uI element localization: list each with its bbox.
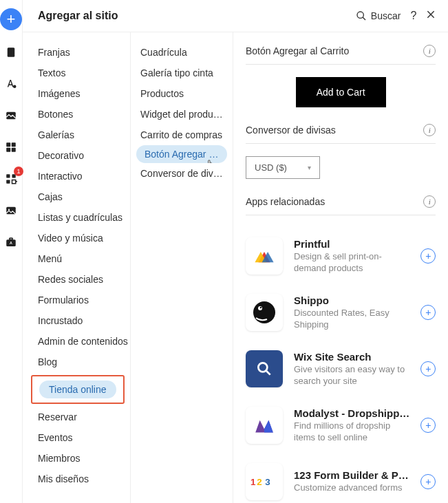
rail-grid-icon[interactable] [1, 138, 21, 157]
add-app-button[interactable]: + [420, 474, 436, 489]
app-icon [246, 237, 283, 275]
help-button[interactable]: ? [410, 10, 416, 22]
currency-value: USD ($) [255, 162, 287, 173]
currency-dropdown[interactable]: USD ($) ▾ [246, 156, 320, 179]
category-item-redes-sociales[interactable]: Redes sociales [38, 269, 130, 290]
svg-rect-13 [10, 238, 13, 239]
app-item[interactable]: ShippoDiscounted Rates, Easy Shipping+ [246, 284, 436, 341]
app-icon [246, 407, 283, 444]
app-name: Shippo [294, 295, 409, 306]
app-item[interactable]: Modalyst - Dropshipp…Find millions of dr… [246, 397, 436, 453]
apps-section-label: Apps relacionadas [246, 196, 325, 207]
rail-font-icon[interactable] [1, 74, 21, 94]
app-desc: Customize advanced forms [294, 482, 409, 494]
add-app-button[interactable]: + [420, 305, 436, 320]
close-button[interactable] [426, 10, 436, 22]
svg-point-19 [258, 363, 267, 372]
app-icon [246, 350, 283, 387]
category-item-decorativo[interactable]: Decorativo [38, 145, 130, 166]
subcategory-item[interactable]: Productos [131, 83, 233, 104]
svg-point-15 [357, 12, 363, 18]
category-item-menú[interactable]: Menú [38, 248, 130, 269]
app-item[interactable]: 123123 Form Builder & P…Customize advanc… [246, 453, 436, 503]
subcategory-item[interactable]: Cuadrícula [131, 42, 233, 63]
category-item-botones[interactable]: Botones [38, 104, 130, 125]
info-icon[interactable]: i [423, 195, 436, 208]
svg-rect-7 [6, 174, 10, 178]
svg-rect-9 [6, 180, 10, 184]
search-button[interactable]: Buscar [356, 10, 401, 21]
chevron-down-icon: ▾ [308, 164, 311, 171]
app-desc: Design & sell print-on-demand products [294, 251, 409, 275]
cart-section-label: Botón Agregar al Carrito [246, 45, 349, 56]
rail-page-icon[interactable] [1, 43, 21, 62]
category-list: FranjasTextosImágenesBotonesGaleríasDeco… [23, 32, 130, 503]
rail-image-icon[interactable] [1, 106, 21, 125]
app-desc: Find millions of dropship items to sell … [294, 420, 409, 444]
svg-text:A: A [10, 241, 12, 245]
cursor-hand-icon [205, 158, 215, 163]
app-name: Modalyst - Dropshipp… [294, 407, 409, 419]
subcategory-list: CuadrículaGalería tipo cintaProductosWid… [130, 32, 233, 503]
category-item-incrustado[interactable]: Incrustado [38, 310, 130, 331]
category-item-formularios[interactable]: Formularios [38, 290, 130, 310]
category-item-reservar[interactable]: Reservar [38, 407, 130, 427]
svg-text:2: 2 [257, 477, 262, 487]
search-icon [356, 10, 367, 21]
info-icon[interactable]: i [423, 124, 436, 136]
left-rail: + 1 A [0, 0, 23, 503]
svg-rect-3 [6, 142, 10, 147]
app-info: 123 Form Builder & P…Customize advanced … [294, 469, 409, 494]
rail-briefcase-icon[interactable]: A [1, 233, 21, 252]
add-to-cart-button[interactable]: Add to Cart [296, 77, 386, 107]
search-label: Buscar [371, 10, 401, 21]
preview-pane: Botón Agregar al Carrito i Add to Cart C… [233, 32, 448, 503]
app-name: Printful [294, 238, 409, 250]
svg-rect-4 [12, 142, 16, 147]
svg-rect-6 [12, 148, 16, 152]
category-item-textos[interactable]: Textos [38, 63, 130, 83]
app-item[interactable]: PrintfulDesign & sell print-on-demand pr… [246, 228, 436, 284]
category-item-imágenes[interactable]: Imágenes [38, 83, 130, 104]
category-item-miembros[interactable]: Miembros [38, 448, 130, 469]
app-info: PrintfulDesign & sell print-on-demand pr… [294, 238, 409, 275]
rail-add-button[interactable]: + [0, 8, 22, 30]
app-icon [246, 294, 283, 331]
add-app-button[interactable]: + [420, 418, 436, 433]
category-item-eventos[interactable]: Eventos [38, 427, 130, 448]
category-item-listas-y-cuadrículas[interactable]: Listas y cuadrículas [38, 207, 130, 228]
svg-text:1: 1 [250, 477, 256, 487]
app-desc: Discounted Rates, Easy Shipping [294, 308, 409, 331]
category-item-galerías[interactable]: Galerías [38, 125, 130, 145]
category-item-video-y-música[interactable]: Video y música [38, 228, 130, 248]
svg-point-18 [260, 307, 262, 308]
category-item-mis-diseños[interactable]: Mis diseños [38, 469, 130, 489]
svg-text:3: 3 [265, 477, 270, 487]
subcategory-item[interactable]: Botón Agregar al C… [136, 145, 227, 163]
category-item-blog[interactable]: Blog [38, 352, 130, 372]
add-panel: Agregar al sitio Buscar ? FranjasTextosI… [23, 0, 448, 503]
app-name: Wix Site Search [294, 351, 409, 363]
subcategory-item[interactable]: Carrito de compras [131, 125, 233, 145]
category-item-admin-de-contenidos[interactable]: Admin de contenidos [38, 331, 130, 352]
svg-rect-5 [6, 148, 10, 152]
panel-title: Agregar al sitio [38, 10, 118, 22]
category-item-interactivo[interactable]: Interactivo [38, 166, 130, 186]
category-highlight: Tienda online [31, 375, 125, 404]
subcategory-item[interactable]: Galería tipo cinta [131, 63, 233, 83]
subcategory-item[interactable]: Widget del producto [131, 104, 233, 125]
subcategory-item[interactable]: Conversor de divisas [131, 163, 233, 184]
app-info: ShippoDiscounted Rates, Easy Shipping [294, 295, 409, 331]
category-item-franjas[interactable]: Franjas [38, 42, 130, 63]
rail-apps-icon[interactable]: 1 [1, 169, 21, 189]
add-app-button[interactable]: + [420, 248, 436, 264]
info-icon[interactable]: i [423, 45, 436, 57]
apps-list: PrintfulDesign & sell print-on-demand pr… [246, 228, 436, 503]
category-item-tienda-online[interactable]: Tienda online [39, 381, 116, 398]
add-app-button[interactable]: + [420, 361, 436, 376]
category-item-cajas[interactable]: Cajas [38, 186, 130, 207]
app-item[interactable]: Wix Site SearchGive visitors an easy way… [246, 341, 436, 397]
svg-point-1 [13, 85, 17, 89]
close-icon [426, 10, 436, 19]
rail-media-icon[interactable] [1, 201, 21, 220]
